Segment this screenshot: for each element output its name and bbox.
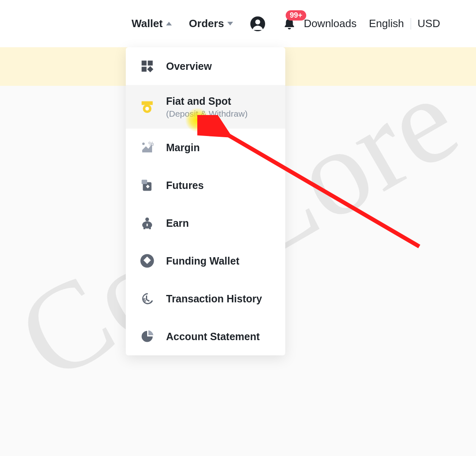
- history-icon: $: [140, 291, 155, 306]
- menu-item-account-statement[interactable]: Account Statement: [126, 318, 285, 355]
- caret-down-icon: [227, 22, 233, 25]
- svg-rect-14: [149, 228, 151, 230]
- menu-label: Account Statement: [166, 330, 260, 343]
- svg-point-12: [146, 218, 149, 221]
- menu-item-funding-wallet[interactable]: Funding Wallet: [126, 242, 285, 280]
- language-switch[interactable]: English: [369, 17, 404, 30]
- menu-item-transaction-history[interactable]: $ Transaction History: [126, 280, 285, 318]
- menu-label: Transaction History: [166, 292, 262, 305]
- wallet-dropdown: Overview Fiat and Spot (Deposit & Withdr…: [126, 47, 285, 355]
- caret-up-icon: [166, 22, 172, 25]
- overview-icon: [140, 59, 155, 74]
- divider: [411, 18, 411, 30]
- svg-rect-2: [142, 61, 147, 66]
- svg-rect-4: [142, 67, 147, 72]
- orders-label: Orders: [189, 17, 224, 30]
- earn-icon: [140, 216, 155, 230]
- svg-point-1: [255, 19, 260, 24]
- fiat-spot-icon: [140, 99, 155, 114]
- account-icon[interactable]: [250, 16, 265, 31]
- notifications-icon[interactable]: 99+: [282, 16, 296, 32]
- menu-label: Margin: [166, 141, 200, 154]
- svg-rect-15: [147, 224, 148, 226]
- currency-switch[interactable]: USD: [418, 17, 440, 30]
- downloads-link[interactable]: Downloads: [304, 17, 357, 30]
- menu-label: Futures: [166, 179, 204, 191]
- menu-item-futures[interactable]: Futures: [126, 166, 285, 204]
- orders-menu-trigger[interactable]: Orders: [189, 17, 233, 30]
- menu-item-fiat-and-spot[interactable]: Fiat and Spot (Deposit & Withdraw): [126, 85, 285, 129]
- svg-text:$: $: [143, 297, 146, 303]
- svg-point-6: [146, 107, 149, 111]
- menu-item-overview[interactable]: Overview: [126, 47, 285, 85]
- menu-item-earn[interactable]: Earn: [126, 204, 285, 242]
- top-nav: Wallet Orders 99+ Downloads English USD: [0, 0, 476, 47]
- menu-sublabel: (Deposit & Withdraw): [166, 109, 247, 119]
- svg-rect-3: [148, 61, 153, 66]
- menu-label: Overview: [166, 60, 212, 72]
- wallet-menu-trigger[interactable]: Wallet: [132, 17, 172, 30]
- notif-badge: 99+: [286, 10, 307, 21]
- svg-text:%: %: [148, 140, 154, 147]
- futures-icon: [140, 178, 155, 193]
- menu-item-margin[interactable]: % Margin: [126, 129, 285, 166]
- menu-label: Earn: [166, 217, 189, 229]
- menu-label: Funding Wallet: [166, 255, 239, 267]
- statement-icon: [140, 329, 155, 344]
- svg-rect-10: [142, 180, 148, 184]
- wallet-label: Wallet: [132, 17, 163, 30]
- funding-icon: [140, 253, 155, 268]
- margin-icon: %: [140, 140, 155, 155]
- svg-point-7: [142, 143, 145, 145]
- svg-rect-13: [143, 228, 146, 230]
- menu-label: Fiat and Spot: [166, 95, 247, 107]
